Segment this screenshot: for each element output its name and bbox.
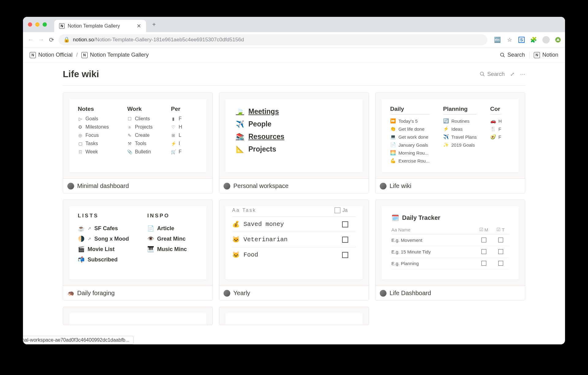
list-item[interactable]: ▮F bbox=[171, 116, 182, 122]
list-item[interactable]: 📬Subscribed bbox=[78, 256, 129, 263]
checkbox[interactable] bbox=[498, 261, 503, 266]
checkbox[interactable] bbox=[481, 238, 486, 242]
list-item[interactable]: ⊞L bbox=[171, 133, 182, 138]
extension-s-icon[interactable]: S bbox=[518, 37, 525, 43]
list-item[interactable]: 🌅Morning Rou... bbox=[390, 150, 430, 156]
table-row[interactable]: E.g. Movement bbox=[391, 234, 509, 246]
table-row[interactable]: 🐱Food bbox=[232, 247, 356, 262]
list-item[interactable]: ✪Milestones bbox=[78, 124, 109, 130]
item-emoji-icon: ✈️ bbox=[236, 120, 244, 128]
table-row[interactable]: 💰Saved money bbox=[232, 216, 356, 232]
minimize-window-button[interactable] bbox=[35, 22, 40, 27]
list-item[interactable]: ⌸Week bbox=[78, 149, 109, 155]
list-item[interactable]: ☐Clients bbox=[127, 116, 153, 122]
list-item[interactable]: ♡H bbox=[171, 124, 182, 130]
reload-button[interactable]: ⟳ bbox=[48, 36, 55, 43]
profile-avatar-icon[interactable] bbox=[542, 36, 550, 43]
list-item[interactable]: 🥑F bbox=[490, 134, 502, 140]
list-item[interactable]: 📎Bulletin bbox=[127, 149, 153, 155]
card-emoji-icon: 🦔 bbox=[67, 290, 74, 297]
list-item[interactable]: 📚Resources bbox=[236, 133, 352, 141]
column-type-icon: Aa bbox=[391, 227, 397, 232]
forward-button[interactable]: → bbox=[38, 36, 44, 43]
column-heading: Work bbox=[127, 106, 153, 112]
list-item[interactable]: 📐Projects bbox=[236, 145, 352, 153]
list-item[interactable]: ✈️Travel Plans bbox=[443, 134, 477, 140]
arrow-icon: ↗ bbox=[88, 236, 91, 241]
browser-tab[interactable]: N Notion Template Gallery ✕ bbox=[54, 20, 146, 32]
checkbox[interactable] bbox=[498, 249, 503, 254]
checkbox[interactable] bbox=[342, 221, 348, 227]
list-item[interactable]: 👏Get life done bbox=[390, 126, 430, 132]
notion-home-button[interactable]: N Notion bbox=[534, 52, 558, 58]
back-button[interactable]: ← bbox=[27, 36, 34, 43]
list-item[interactable]: ⚡Ideas bbox=[443, 126, 477, 132]
list-item[interactable]: 🎹Music Minc bbox=[147, 246, 187, 253]
list-item[interactable]: ◎Focus bbox=[78, 133, 109, 138]
list-item[interactable]: 💪Exercise Rou... bbox=[390, 158, 430, 163]
checkbox[interactable] bbox=[498, 238, 503, 242]
row-emoji-icon: 🐱 bbox=[232, 236, 240, 243]
card-title: Life wiki bbox=[390, 182, 411, 189]
list-item[interactable]: ⚒Tools bbox=[127, 141, 153, 146]
list-item[interactable]: 🛒F bbox=[171, 149, 182, 155]
list-item[interactable]: 🌗↗Song x Mood bbox=[78, 235, 129, 242]
list-item[interactable]: ⏩Today's 5 bbox=[390, 118, 430, 124]
svg-line-1 bbox=[503, 56, 505, 57]
list-item[interactable]: ⚡I bbox=[171, 141, 182, 146]
template-card-life-dashboard[interactable]: 🗓️Daily TrackerAa Name☑ M☑ TE.g. Movemen… bbox=[375, 200, 525, 301]
list-item[interactable]: ✈️People bbox=[236, 120, 352, 128]
new-tab-button[interactable]: + bbox=[152, 21, 156, 28]
item-emoji-icon: 📄 bbox=[390, 142, 396, 148]
list-item[interactable]: 🍃Meetings bbox=[236, 107, 352, 116]
list-item[interactable]: 🚗H bbox=[490, 118, 502, 124]
checkbox[interactable] bbox=[342, 252, 348, 258]
list-item[interactable]: ▷Goals bbox=[78, 116, 109, 122]
list-item[interactable]: ✎Create bbox=[127, 133, 153, 138]
checkbox[interactable] bbox=[342, 237, 348, 243]
translate-icon[interactable]: 🔤 bbox=[494, 36, 501, 43]
item-label: I bbox=[179, 141, 180, 146]
list-item[interactable]: 🍴F bbox=[490, 126, 502, 132]
breadcrumb-current[interactable]: N Notion Template Gallery bbox=[81, 52, 149, 58]
template-card-daily-foraging[interactable]: LISTS☕↗SF Cafes🌗↗Song x Mood🎬Movie List📬… bbox=[63, 200, 213, 301]
list-item[interactable]: ▢Tasks bbox=[78, 141, 109, 146]
list-item[interactable]: 💻Get work done bbox=[390, 134, 430, 140]
list-item[interactable]: 🔄Routines bbox=[443, 118, 477, 124]
list-item[interactable]: 🎬Movie List bbox=[78, 246, 129, 253]
more-icon[interactable]: ⋯ bbox=[520, 71, 525, 77]
item-label: Clients bbox=[135, 116, 150, 122]
template-card-partial[interactable] bbox=[219, 307, 369, 325]
template-card-life-wiki[interactable]: Daily⏩Today's 5👏Get life done💻Get work d… bbox=[375, 92, 525, 193]
table-row[interactable]: E.g. Planning bbox=[391, 258, 509, 269]
template-card-minimal-dashboard[interactable]: Notes▷Goals✪Milestones◎Focus▢Tasks⌸WeekW… bbox=[63, 92, 213, 193]
close-window-button[interactable] bbox=[28, 22, 32, 27]
global-search-label: Search bbox=[507, 52, 525, 58]
item-emoji-icon: 🥑 bbox=[490, 134, 496, 140]
list-item[interactable]: ✨2019 Goals bbox=[443, 142, 477, 148]
url-input[interactable]: 🔒 notion.so/Notion-Template-Gallery-181e… bbox=[58, 34, 487, 45]
list-item[interactable]: 📄Article bbox=[147, 225, 187, 232]
table-row[interactable]: E.g. 15 Minute Tidy bbox=[391, 246, 509, 258]
author-avatar-icon bbox=[380, 290, 386, 297]
list-item[interactable]: 👁️Great Minc bbox=[147, 235, 187, 242]
close-tab-button[interactable]: ✕ bbox=[137, 23, 141, 29]
list-item[interactable]: 📄January Goals bbox=[390, 142, 430, 148]
template-card-personal-workspace[interactable]: 🍃Meetings✈️People📚Resources📐ProjectsPers… bbox=[219, 92, 369, 193]
page-search-button[interactable]: Search bbox=[480, 71, 505, 77]
global-search-button[interactable]: Search bbox=[500, 52, 525, 58]
extension-green-icon[interactable] bbox=[555, 37, 561, 43]
breadcrumb-root[interactable]: N Notion Official bbox=[30, 52, 73, 58]
extensions-puzzle-icon[interactable]: 🧩 bbox=[530, 36, 537, 43]
template-card-partial[interactable] bbox=[63, 307, 213, 325]
expand-icon[interactable]: ⤢ bbox=[510, 71, 514, 77]
list-item[interactable]: ⍟Projects bbox=[127, 124, 153, 130]
table-row[interactable]: 🐱Veterinarian bbox=[232, 232, 356, 247]
checkbox[interactable] bbox=[481, 249, 486, 254]
template-card-yearly[interactable]: AaTaskJa💰Saved money🐱Veterinarian🐱FoodYe… bbox=[219, 200, 369, 301]
item-label: Ideas bbox=[451, 126, 463, 132]
maximize-window-button[interactable] bbox=[43, 22, 47, 27]
list-item[interactable]: ☕↗SF Cafes bbox=[78, 225, 129, 232]
bookmark-star-icon[interactable]: ☆ bbox=[506, 36, 513, 43]
checkbox[interactable] bbox=[481, 261, 486, 266]
